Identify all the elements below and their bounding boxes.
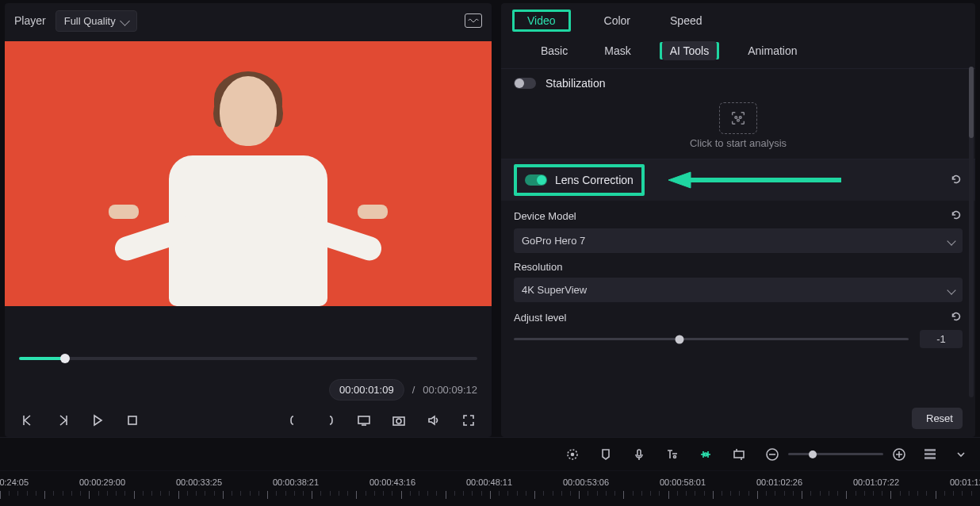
player-panel: Player Full Quality: [5, 3, 492, 437]
annotation-highlight: AI Tools: [660, 42, 720, 59]
svg-point-5: [739, 117, 741, 119]
zoom-handle[interactable]: [809, 450, 817, 458]
voiceover-icon[interactable]: [631, 447, 647, 462]
stabilization-row: Stabilization: [501, 69, 975, 98]
tab-speed[interactable]: Speed: [664, 11, 708, 30]
volume-button[interactable]: [425, 412, 442, 429]
total-time: 00:00:09:12: [423, 384, 477, 396]
svg-marker-8: [668, 172, 691, 188]
progress-handle[interactable]: [60, 354, 70, 363]
mark-out-button[interactable]: [320, 412, 338, 429]
track-layout-chevron[interactable]: [953, 447, 969, 462]
timeline-ruler[interactable]: 00:00:24:0500:00:29:0000:00:33:2500:00:3…: [0, 470, 980, 502]
adjust-level-value[interactable]: -1: [920, 330, 963, 348]
lens-correction-label: Lens Correction: [555, 174, 634, 186]
svg-point-3: [396, 419, 401, 424]
svg-rect-14: [734, 451, 744, 458]
zoom-out-button[interactable]: [764, 447, 780, 462]
ruler-tick: 00:00:24:05: [0, 477, 29, 487]
ruler-tick: 00:00:48:11: [466, 477, 512, 487]
resolution-label: Resolution: [514, 261, 562, 273]
auto-ripple-icon[interactable]: [698, 447, 714, 462]
lens-correction-row: Lens Correction: [501, 159, 975, 201]
svg-rect-1: [358, 416, 369, 424]
progress-slider[interactable]: [19, 357, 477, 360]
ruler-tick: 00:00:33:25: [176, 477, 222, 487]
ruler-tick: 00:00:29:00: [79, 477, 125, 487]
video-subject: [105, 68, 391, 306]
chevron-down-icon: [947, 286, 955, 294]
display-settings-button[interactable]: [355, 412, 373, 429]
stop-button[interactable]: [124, 412, 141, 429]
ruler-tick: 00:00:43:16: [369, 477, 415, 487]
zoom-control: [764, 447, 907, 462]
svg-point-4: [735, 117, 737, 119]
scrollbar-thumb[interactable]: [969, 67, 974, 138]
play-button[interactable]: [89, 412, 106, 429]
fullscreen-button[interactable]: [460, 412, 477, 429]
ruler-tick: 00:01:07:22: [853, 477, 899, 487]
tab-video[interactable]: Video: [521, 11, 562, 30]
annotation-highlight: Lens Correction: [514, 164, 645, 196]
player-title: Player: [14, 14, 46, 27]
track-layout-button[interactable]: [924, 449, 936, 459]
reset-lens-icon[interactable]: [950, 173, 963, 188]
timeline-toolbar: [0, 437, 980, 470]
mark-in-button[interactable]: [285, 412, 303, 429]
adjust-level-label: Adjust level: [514, 312, 566, 324]
start-analysis-button[interactable]: [719, 102, 757, 134]
time-separator: /: [412, 384, 415, 396]
ruler-tick: 00:01:02:26: [756, 477, 802, 487]
svg-rect-0: [128, 416, 136, 424]
tab-basic[interactable]: Basic: [533, 41, 576, 60]
video-frame: [5, 41, 492, 306]
sub-tab-row: Basic Mask AI Tools Animation: [501, 36, 975, 68]
reset-button[interactable]: Reset: [912, 408, 963, 429]
player-header: Player Full Quality: [5, 3, 492, 38]
device-model-value: GoPro Hero 7: [522, 235, 585, 247]
crop-icon[interactable]: [731, 447, 747, 462]
video-preview[interactable]: [5, 38, 492, 335]
lens-correction-toggle[interactable]: [525, 174, 547, 186]
tab-animation[interactable]: Animation: [740, 41, 805, 60]
annotation-highlight: Video: [512, 10, 571, 32]
ruler-tick: 00:00:38:21: [273, 477, 319, 487]
reset-device-icon[interactable]: [950, 209, 963, 224]
svg-point-6: [737, 119, 740, 121]
stabilization-toggle[interactable]: [514, 78, 536, 89]
next-frame-button[interactable]: [54, 412, 71, 429]
resolution-value: 4K SuperView: [522, 284, 587, 296]
zoom-in-button[interactable]: [891, 447, 907, 462]
marker-icon[interactable]: [598, 447, 614, 462]
reset-level-icon[interactable]: [950, 310, 963, 325]
snapshot-button[interactable]: [390, 412, 408, 429]
svg-point-12: [674, 455, 676, 458]
quality-value: Full Quality: [64, 15, 116, 27]
stabilization-label: Stabilization: [546, 77, 606, 90]
device-model-label: Device Model: [514, 210, 576, 222]
annotation-arrow: [667, 170, 841, 190]
ruler-tick: 00:00:53:06: [563, 477, 609, 487]
top-tab-row: Video Color Speed: [501, 3, 975, 36]
player-controls: 00:00:01:09 / 00:00:09:12: [5, 335, 492, 437]
zoom-slider[interactable]: [788, 453, 883, 455]
tab-mask[interactable]: Mask: [596, 41, 638, 60]
tab-ai-tools[interactable]: AI Tools: [662, 41, 718, 60]
properties-panel: Video Color Speed Basic Mask AI Tools An…: [501, 3, 975, 437]
panel-scrollbar[interactable]: [969, 67, 974, 397]
waveform-icon[interactable]: [465, 13, 482, 28]
chevron-down-icon: [120, 16, 130, 26]
adjust-level-slider[interactable]: [514, 338, 909, 340]
tab-color[interactable]: Color: [598, 11, 637, 30]
chevron-down-icon: [947, 236, 955, 245]
quality-dropdown[interactable]: Full Quality: [56, 10, 137, 32]
ruler-tick: 00:01:12:17: [950, 477, 980, 487]
current-time[interactable]: 00:00:01:09: [329, 379, 404, 401]
slider-handle[interactable]: [676, 335, 684, 343]
audio-mixer-icon[interactable]: [664, 447, 680, 462]
svg-point-10: [572, 453, 574, 455]
device-model-select[interactable]: GoPro Hero 7: [514, 228, 963, 253]
render-preview-icon[interactable]: [565, 447, 580, 462]
prev-frame-button[interactable]: [19, 412, 36, 429]
resolution-select[interactable]: 4K SuperView: [514, 278, 963, 302]
